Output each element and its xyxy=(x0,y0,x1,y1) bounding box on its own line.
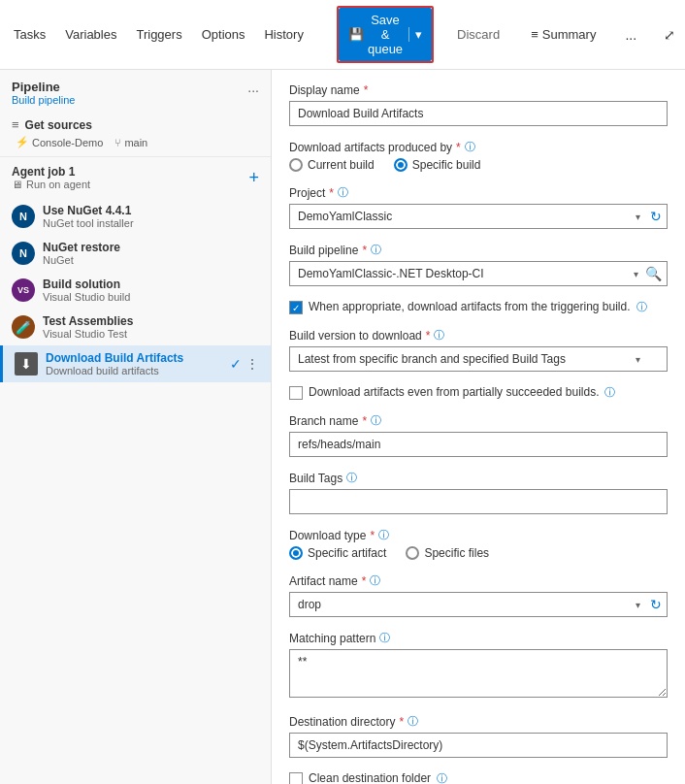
task-item-test[interactable]: 🧪 Test Assemblies Visual Studio Test xyxy=(0,309,271,345)
build-pipeline-select[interactable]: DemoYamlClassic-.NET Desktop-CI xyxy=(289,261,668,286)
branch-icon: ⑂ xyxy=(114,137,121,148)
build-pipeline-search-icon[interactable]: 🔍 xyxy=(645,266,662,281)
task-sub-vs: Visual Studio build xyxy=(43,291,259,303)
branch-name-label: Branch name * ⓘ xyxy=(289,413,668,428)
nav-triggers[interactable]: Triggers xyxy=(134,23,183,46)
task-actions-download: ✓ ⋮ xyxy=(230,356,259,372)
matching-pattern-info-icon[interactable]: ⓘ xyxy=(379,631,390,645)
nav-history[interactable]: History xyxy=(262,23,305,46)
build-version-group: Build version to download * ⓘ Latest fro… xyxy=(289,328,668,372)
build-tags-info-icon[interactable]: ⓘ xyxy=(346,471,357,485)
add-task-button[interactable]: + xyxy=(248,169,259,186)
pipeline-header: ... Pipeline Build pipeline xyxy=(0,70,271,110)
task-item-nuget-restore[interactable]: N NuGet restore NuGet xyxy=(0,235,271,272)
branch-name-group: Branch name * ⓘ xyxy=(289,413,668,457)
radio-specific-build-label: Specific build xyxy=(412,158,481,172)
task-sub-nuget: NuGet tool installer xyxy=(43,217,259,229)
clean-dest-info-icon[interactable]: ⓘ xyxy=(437,771,447,784)
task-info-nuget: Use NuGet 4.4.1 NuGet tool installer xyxy=(43,204,259,229)
discard-button[interactable]: Discard xyxy=(449,22,507,47)
project-select-wrapper: DemoYamlClassic ▾ ↻ xyxy=(289,204,668,229)
download-icon: ⬇ xyxy=(15,352,38,376)
build-version-select[interactable]: Latest from specific branch and specifie… xyxy=(289,346,668,372)
repo-name: Console-Demo xyxy=(32,137,103,148)
task-sub-download: Download build artifacts xyxy=(46,365,222,376)
radio-specific-files-btn[interactable] xyxy=(406,546,419,560)
build-tags-input[interactable] xyxy=(289,489,668,514)
project-select[interactable]: DemoYamlClassic xyxy=(289,204,668,229)
pipeline-subtitle: Build pipeline xyxy=(12,94,259,106)
task-item-download[interactable]: ⬇ Download Build Artifacts Download buil… xyxy=(0,345,271,382)
task-name-download: Download Build Artifacts xyxy=(46,351,222,365)
get-sources-label: Get sources xyxy=(25,118,92,132)
artifact-name-info-icon[interactable]: ⓘ xyxy=(370,573,380,588)
branch-name-info-icon[interactable]: ⓘ xyxy=(371,413,381,428)
matching-pattern-textarea[interactable]: ** xyxy=(289,649,668,698)
nuget-restore-icon: N xyxy=(12,242,35,265)
artifact-name-select[interactable]: drop xyxy=(289,592,668,617)
when-appropriate-checkbox[interactable]: ✓ xyxy=(289,301,303,314)
more-button[interactable]: ... xyxy=(619,22,642,48)
radio-specific-files[interactable]: Specific files xyxy=(406,546,489,560)
nav-tasks[interactable]: Tasks xyxy=(12,23,48,46)
project-info-icon[interactable]: ⓘ xyxy=(338,185,348,200)
build-tags-label: Build Tags ⓘ xyxy=(289,471,668,485)
task-name-vs: Build solution xyxy=(43,278,259,291)
download-artifacts-label: Download artifacts produced by * ⓘ xyxy=(289,140,668,154)
radio-specific-build[interactable]: Specific build xyxy=(394,158,481,172)
download-partial-label: Download artifacts even from partially s… xyxy=(309,385,599,399)
clean-dest-checkbox-row[interactable]: Clean destination folder ⓘ xyxy=(289,771,668,784)
radio-specific-build-btn[interactable] xyxy=(394,158,408,172)
save-queue-button[interactable]: 💾 Save & queue ▾ xyxy=(339,8,432,61)
radio-specific-artifact-btn[interactable] xyxy=(289,546,303,560)
when-appropriate-group: ✓ When appropriate, download artifacts f… xyxy=(289,300,668,314)
download-type-info-icon[interactable]: ⓘ xyxy=(378,528,389,542)
artifact-name-label: Artifact name * ⓘ xyxy=(289,573,668,588)
nav-options[interactable]: Options xyxy=(200,23,247,46)
artifact-name-refresh-icon[interactable]: ↻ xyxy=(650,597,662,612)
project-label: Project * ⓘ xyxy=(289,185,668,200)
destination-dir-required: * xyxy=(399,715,404,729)
download-partial-info-icon[interactable]: ⓘ xyxy=(604,385,615,400)
radio-current-build-btn[interactable] xyxy=(289,158,303,172)
destination-dir-info-icon[interactable]: ⓘ xyxy=(408,714,418,729)
project-refresh-icon[interactable]: ↻ xyxy=(650,209,662,224)
repo-icon: ⚡ xyxy=(16,136,29,148)
radio-specific-files-label: Specific files xyxy=(424,546,489,560)
expand-button[interactable]: ⤢ xyxy=(658,22,681,48)
summary-button[interactable]: ≡ Summary xyxy=(523,22,603,47)
when-appropriate-checkbox-row[interactable]: ✓ When appropriate, download artifacts f… xyxy=(289,300,668,314)
task-name-nuget: Use NuGet 4.4.1 xyxy=(43,204,259,217)
task-info-nuget-restore: NuGet restore NuGet xyxy=(43,241,259,266)
build-version-info-icon[interactable]: ⓘ xyxy=(434,328,444,343)
download-artifacts-required: * xyxy=(456,141,461,154)
download-partial-checkbox[interactable] xyxy=(289,386,303,400)
save-queue-wrapper: 💾 Save & queue ▾ xyxy=(337,6,434,63)
task-dots-button[interactable]: ⋮ xyxy=(245,356,259,372)
task-info-test: Test Assemblies Visual Studio Test xyxy=(43,314,259,340)
task-item-nuget[interactable]: N Use NuGet 4.4.1 NuGet tool installer xyxy=(0,198,271,235)
save-queue-chevron[interactable]: ▾ xyxy=(408,27,422,42)
nav-variables[interactable]: Variables xyxy=(63,23,118,46)
save-icon: 💾 xyxy=(348,27,364,42)
build-pipeline-info-icon[interactable]: ⓘ xyxy=(371,243,381,257)
download-type-radio-group: Specific artifact Specific files xyxy=(289,546,668,560)
radio-current-build[interactable]: Current build xyxy=(289,158,375,172)
pipeline-more-button[interactable]: ... xyxy=(247,80,259,95)
display-name-input[interactable] xyxy=(289,101,668,126)
get-sources-section[interactable]: ≡ Get sources ⚡ Console-Demo ⑂ main xyxy=(0,110,271,157)
clean-dest-checkbox[interactable] xyxy=(289,772,303,784)
when-appropriate-info-icon[interactable]: ⓘ xyxy=(636,300,647,314)
task-check-icon: ✓ xyxy=(230,356,242,372)
destination-dir-input[interactable] xyxy=(289,733,668,758)
build-pipeline-label: Build pipeline * ⓘ xyxy=(289,243,668,257)
summary-label: Summary xyxy=(542,27,597,42)
branch-name: main xyxy=(124,137,147,148)
download-partial-checkbox-row[interactable]: Download artifacts even from partially s… xyxy=(289,385,668,400)
download-artifacts-info-icon[interactable]: ⓘ xyxy=(465,140,475,154)
download-artifacts-radio-group: Current build Specific build xyxy=(289,158,668,172)
left-panel: ... Pipeline Build pipeline ≡ Get source… xyxy=(0,70,272,784)
branch-name-input[interactable] xyxy=(289,432,668,457)
radio-specific-artifact[interactable]: Specific artifact xyxy=(289,546,386,560)
task-item-vs[interactable]: VS Build solution Visual Studio build xyxy=(0,272,271,309)
